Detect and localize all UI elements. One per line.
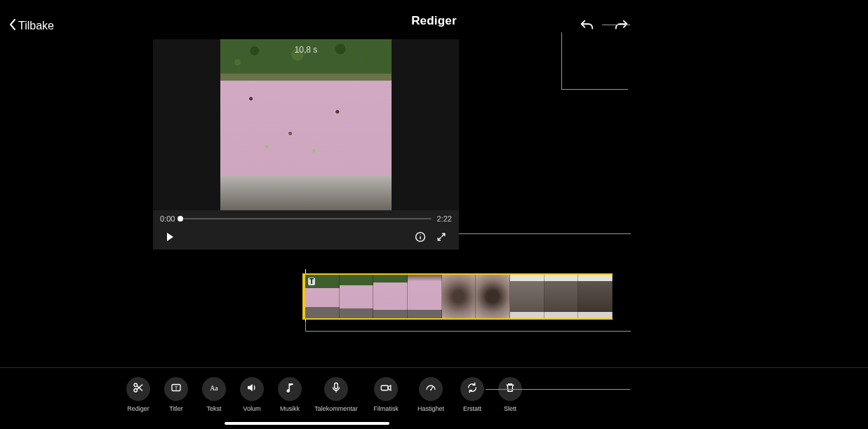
timeline-thumbnail: [442, 275, 476, 318]
tool-label: Titler: [169, 405, 183, 412]
trash-icon: [504, 381, 516, 397]
tool-label: Filmatisk: [373, 405, 399, 412]
callout-line: [305, 331, 631, 332]
tool-label: Talekommentar: [314, 405, 358, 412]
undo-icon: [579, 18, 594, 36]
replace-icon: [466, 381, 479, 397]
tool-slett[interactable]: Slett: [498, 377, 522, 412]
scrubber-thumb[interactable]: [178, 216, 183, 222]
play-icon: [165, 232, 175, 245]
timeline-thumbnail: [373, 275, 408, 318]
camera-icon: [380, 381, 392, 397]
total-time-label: 2:22: [437, 214, 452, 223]
tool-label: Erstatt: [463, 405, 481, 412]
tool-titler[interactable]: T Titler: [164, 377, 188, 412]
redo-button[interactable]: [614, 18, 629, 36]
play-button[interactable]: [160, 229, 180, 248]
tool-label: Slett: [504, 405, 516, 412]
music-note-icon: [283, 381, 296, 397]
back-button[interactable]: Tilbake: [8, 18, 54, 34]
clip-duration-label: 10,8 s: [295, 45, 318, 55]
home-indicator[interactable]: [225, 422, 389, 425]
playback-bar: 0:00 2:22: [153, 210, 459, 250]
expand-icon: [436, 231, 447, 245]
info-button[interactable]: [410, 229, 431, 248]
tool-rediger[interactable]: Rediger: [126, 377, 150, 412]
timeline-thumbnail: [545, 275, 579, 318]
svg-rect-11: [381, 386, 388, 390]
timeline-thumbnail: [510, 275, 545, 318]
toolbar: Rediger T Titler Aa Tekst Volum Musikk T…: [0, 369, 868, 429]
tool-tekst[interactable]: Aa Tekst: [202, 377, 226, 412]
tool-label: Rediger: [127, 405, 149, 412]
chevron-left-icon: [8, 18, 18, 34]
svg-text:Aa: Aa: [210, 384, 218, 392]
clip-trim-handle-left[interactable]: [302, 273, 305, 320]
timeline-thumbnail: [340, 275, 374, 318]
svg-text:T: T: [175, 386, 178, 390]
svg-point-2: [420, 234, 420, 235]
undo-button[interactable]: [579, 18, 594, 36]
tool-erstatt[interactable]: Erstatt: [460, 377, 484, 412]
microphone-icon: [330, 381, 342, 397]
timeline-thumbnail: [476, 275, 510, 318]
title-frame-icon: T: [170, 381, 182, 397]
divider: [0, 367, 868, 368]
title-overlay-badge: T: [308, 278, 315, 285]
tool-label: Musikk: [280, 405, 300, 412]
redo-icon: [614, 18, 629, 36]
svg-rect-10: [335, 383, 338, 388]
scrubber[interactable]: [180, 218, 431, 219]
tool-label: Hastighet: [418, 405, 444, 412]
current-time-label: 0:00: [160, 214, 175, 223]
page-title: Rediger: [411, 14, 457, 28]
back-label: Tilbake: [18, 20, 54, 32]
timeline-thumbnail: [408, 275, 442, 318]
scissors-icon: [132, 381, 145, 397]
speaker-icon: [246, 381, 258, 397]
timeline-clip[interactable]: T: [305, 273, 613, 320]
tool-talekommentar[interactable]: Talekommentar: [316, 377, 356, 412]
speedometer-icon: [425, 381, 437, 397]
tool-musikk[interactable]: Musikk: [278, 377, 302, 412]
timeline-thumbnail: [578, 275, 613, 318]
tool-label: Volum: [243, 405, 260, 412]
tool-hastighet[interactable]: Hastighet: [415, 377, 446, 412]
callout-line: [459, 233, 631, 234]
svg-point-13: [430, 389, 432, 390]
fullscreen-button[interactable]: [431, 229, 452, 248]
tool-volum[interactable]: Volum: [240, 377, 264, 412]
preview-frame: 10,8 s: [220, 39, 392, 210]
tool-filmatisk[interactable]: Filmatisk: [370, 377, 401, 412]
tool-label: Tekst: [206, 405, 221, 412]
text-aa-icon: Aa: [208, 381, 220, 397]
preview-panel: 10,8 s 0:00 2:22: [153, 39, 459, 250]
header: Tilbake Rediger: [0, 0, 868, 42]
info-icon: [415, 231, 426, 245]
